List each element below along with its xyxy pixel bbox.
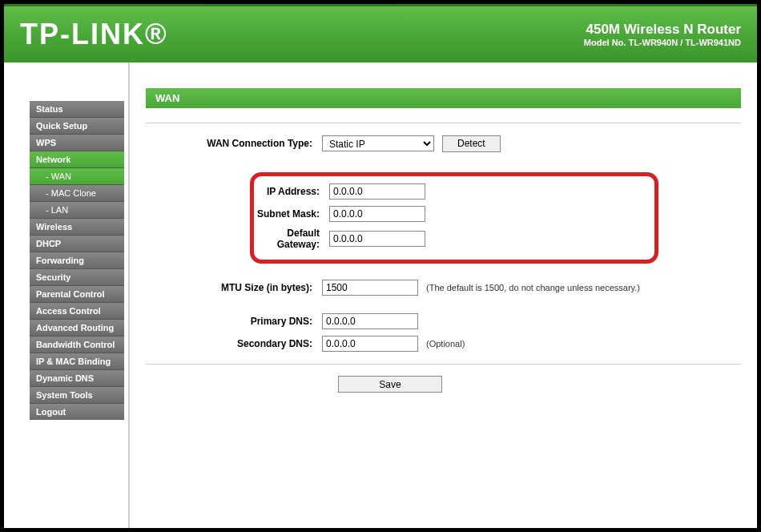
subnet-mask-input[interactable] — [329, 206, 425, 222]
sidebar-item-dynamic-dns[interactable]: Dynamic DNS — [30, 370, 124, 387]
secondary-dns-hint: (Optional) — [426, 339, 465, 349]
sidebar-subitem-wan[interactable]: - WAN — [30, 168, 124, 185]
mtu-label: MTU Size (in bytes): — [146, 282, 322, 293]
sidebar-item-ip-mac-binding[interactable]: IP & MAC Binding — [30, 353, 124, 370]
connection-type-label: WAN Connection Type: — [146, 138, 322, 149]
sidebar-item-security[interactable]: Security — [30, 269, 124, 286]
sidebar-item-quick-setup[interactable]: Quick Setup — [30, 118, 124, 135]
sidebar-item-parental-control[interactable]: Parental Control — [30, 286, 124, 303]
header-model: Model No. TL-WR940N / TL-WR941ND — [584, 38, 741, 47]
sidebar-item-network[interactable]: Network — [30, 151, 124, 168]
sidebar-item-forwarding[interactable]: Forwarding — [30, 252, 124, 269]
secondary-dns-label: Secondary DNS: — [146, 338, 322, 349]
connection-type-select[interactable]: Static IP — [322, 135, 434, 151]
sidebar-item-logout[interactable]: Logout — [30, 404, 124, 420]
subnet-mask-label: Subnet Mask: — [257, 208, 329, 220]
sidebar-item-system-tools[interactable]: System Tools — [30, 387, 124, 404]
header: TP-LINK® 450M Wireless N Router Model No… — [4, 4, 757, 62]
default-gateway-label: Default Gateway: — [257, 228, 329, 250]
sidebar-subitem-lan[interactable]: - LAN — [30, 202, 124, 219]
secondary-dns-input[interactable] — [322, 336, 418, 352]
main-panel: WAN WAN Connection Type: Static IP Detec… — [130, 62, 757, 528]
header-product-title: 450M Wireless N Router — [584, 22, 741, 38]
sidebar-item-bandwidth-control[interactable]: Bandwidth Control — [30, 337, 124, 353]
sidebar: Status Quick Setup WPS Network - WAN - M… — [4, 62, 128, 528]
detect-button[interactable]: Detect — [442, 135, 501, 152]
save-button[interactable]: Save — [338, 376, 442, 393]
highlight-box: IP Address: Subnet Mask: Default Gateway… — [250, 172, 658, 264]
mtu-input[interactable] — [322, 280, 418, 296]
primary-dns-label: Primary DNS: — [146, 316, 322, 327]
sidebar-item-access-control[interactable]: Access Control — [30, 303, 124, 320]
sidebar-item-dhcp[interactable]: DHCP — [30, 236, 124, 252]
sidebar-item-status[interactable]: Status — [30, 101, 124, 118]
logo: TP-LINK® — [20, 18, 168, 51]
divider-line-bottom — [146, 364, 741, 365]
primary-dns-input[interactable] — [322, 313, 418, 329]
header-info: 450M Wireless N Router Model No. TL-WR94… — [584, 22, 741, 47]
ip-address-input[interactable] — [329, 183, 425, 200]
ip-address-label: IP Address: — [257, 186, 329, 197]
sidebar-subitem-mac-clone[interactable]: - MAC Clone — [30, 185, 124, 202]
sidebar-item-wireless[interactable]: Wireless — [30, 219, 124, 236]
mtu-hint: (The default is 1500, do not change unle… — [426, 283, 640, 292]
sidebar-item-wps[interactable]: WPS — [30, 135, 124, 151]
page-title: WAN — [146, 88, 741, 108]
sidebar-item-advanced-routing[interactable]: Advanced Routing — [30, 320, 124, 337]
default-gateway-input[interactable] — [329, 231, 425, 247]
divider-line — [146, 123, 741, 123]
